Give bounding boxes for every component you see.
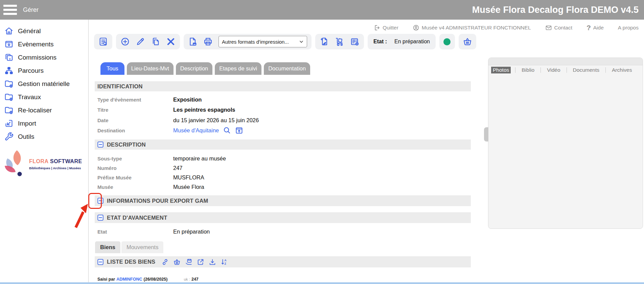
contact-button[interactable]: Contact (545, 24, 572, 31)
panel-tab-photos[interactable]: Photos (491, 67, 511, 73)
panel-drag-handle[interactable] (484, 127, 488, 141)
sidebar-item-commissions[interactable]: Commissions (0, 51, 87, 64)
import-icon (4, 119, 14, 128)
sitemap-icon (4, 66, 14, 75)
subtab-mouvements[interactable]: Mouvements (121, 241, 163, 253)
link-icon[interactable] (161, 258, 169, 266)
help-button[interactable]: ? Aide (586, 24, 604, 32)
sidebar-item-label: Evènements (18, 41, 54, 48)
dolly-icon[interactable] (335, 37, 344, 46)
user-label: Musée v4 ADMINISTRATEUR FONCTIONNEL (422, 25, 531, 31)
field-label: Titre (97, 107, 108, 113)
media-panel-tabs: Photos Biblio Vidéo Documents Archives (488, 65, 643, 75)
tab-separator (567, 67, 567, 73)
report-icon[interactable] (350, 37, 360, 46)
tab-documentation[interactable]: Documentation (264, 62, 310, 75)
sidebar-item-general[interactable]: Général (0, 24, 87, 38)
sidebar-item-label: Import (18, 120, 36, 127)
printer-icon[interactable] (203, 37, 213, 46)
section-avancement: ETAT D'AVANCEMENT (95, 212, 471, 223)
sidebar-item-parcours[interactable]: Parcours (0, 64, 87, 77)
basket-icon[interactable] (173, 258, 181, 266)
tab-tous[interactable]: Tous (100, 62, 124, 75)
tab-etapes-de-suivi[interactable]: Etapes de suivi (215, 62, 261, 75)
sidebar-item-gestion-materielle[interactable]: Gestion matérielle (0, 77, 87, 90)
sidebar-item-import[interactable]: Import (0, 117, 87, 130)
help-label: Aide (593, 25, 604, 31)
doc-save-icon[interactable] (188, 37, 198, 46)
envelope-icon (545, 24, 552, 31)
collapse-minus-icon[interactable] (97, 198, 104, 204)
tab-description[interactable]: Description (176, 62, 213, 75)
tab-lieu-dates-mvt[interactable]: Lieu-Dates-Mvt (127, 62, 174, 75)
search-icon[interactable] (223, 126, 231, 134)
saisi-user-link[interactable]: ADMINFONC (116, 277, 142, 282)
folder-globe-icon (4, 79, 14, 88)
logo-brand: FLORA (29, 158, 48, 164)
panel-tab-documents[interactable]: Documents (571, 67, 601, 73)
sidebar-item-outils[interactable]: Outils (0, 130, 87, 143)
section-gam: INFORMATIONS POUR EXPORT GAM (95, 195, 471, 206)
panel-tab-archives[interactable]: Archives (610, 67, 634, 73)
svg-text:A: A (225, 259, 227, 262)
sort-az-icon[interactable]: AZ (221, 258, 228, 266)
logo-brand2: SOFTWARE (50, 158, 82, 164)
toolbar: Autres formats d'impression... Etat :En … (94, 34, 476, 49)
media-panel-header (488, 58, 643, 65)
hand-save-icon[interactable] (185, 258, 192, 266)
liste-toolbar: AZ (161, 258, 228, 266)
quit-label: Quitter (383, 25, 398, 31)
hamburger-menu-icon[interactable] (3, 5, 17, 15)
field-label: Destination (97, 128, 125, 133)
sidebar-item-travaux[interactable]: Travaux (0, 90, 87, 104)
collapse-minus-icon[interactable] (97, 215, 104, 221)
print-format-select[interactable]: Autres formats d'impression... (218, 36, 307, 47)
saisi-date: (26/08/2025) (144, 277, 168, 282)
flora-software-logo: FLORA SOFTWARE Bibliothèques | Archives … (2, 150, 87, 179)
sidebar-item-label: Outils (18, 133, 34, 140)
svg-text:Z: Z (225, 262, 226, 265)
sidebar-item-evenements[interactable]: Evènements (0, 38, 87, 51)
status-value: En préparation (394, 39, 430, 45)
uk-value: 247 (191, 277, 199, 282)
sidebar-divider (88, 20, 89, 284)
sidebar-item-label: Gestion matérielle (18, 80, 70, 88)
field-value: En préparation (173, 228, 210, 235)
section-title: DESCRIPTION (107, 141, 146, 148)
toolbar-group-search (94, 34, 112, 49)
user-icon (413, 24, 419, 31)
collapse-minus-icon[interactable] (97, 259, 104, 265)
basket-icon (463, 37, 472, 46)
open-window-icon[interactable] (235, 126, 243, 134)
add-circle-icon[interactable] (120, 37, 130, 46)
current-user[interactable]: Musée v4 ADMINISTRATEUR FONCTIONNEL (413, 24, 531, 31)
status-label: Etat : (373, 39, 387, 45)
section-identification: IDENTIFICATION (95, 81, 471, 91)
bottom-edge-strip (0, 282, 644, 284)
basket-button[interactable] (459, 34, 476, 49)
list-search-icon[interactable] (98, 37, 108, 46)
subtab-biens[interactable]: Biens (95, 241, 120, 253)
folder-globe-icon (4, 92, 14, 102)
field-value: MUSFLORA (173, 174, 204, 181)
sidebar-item-relocaliser[interactable]: Re-localiser (0, 104, 87, 117)
field-label: Sous-type (97, 156, 122, 161)
download-icon[interactable] (209, 258, 216, 266)
destination-link[interactable]: Musée d'Aquitaine (173, 127, 219, 134)
quit-button[interactable]: Quitter (373, 24, 398, 31)
menu-label[interactable]: Gérer (23, 6, 39, 14)
section-title: ETAT D'AVANCEMENT (107, 215, 167, 221)
field-label: Préfixe Musée (97, 175, 132, 180)
tab-separator (605, 67, 606, 73)
doc-attach-icon[interactable] (320, 37, 329, 46)
collapse-minus-icon[interactable] (97, 141, 104, 148)
delete-x-icon[interactable] (166, 37, 176, 46)
edit-pencil-icon[interactable] (136, 37, 145, 46)
panel-tab-biblio[interactable]: Biblio (520, 67, 536, 73)
topbar: Gérer Musée Flora Decalog Flora DEMO v4.… (0, 0, 644, 20)
about-label: A propos (618, 25, 639, 31)
copy-icon[interactable] (151, 37, 160, 46)
external-link-icon[interactable] (197, 258, 204, 266)
panel-tab-video[interactable]: Vidéo (545, 67, 562, 73)
about-button[interactable]: A propos (618, 25, 639, 31)
